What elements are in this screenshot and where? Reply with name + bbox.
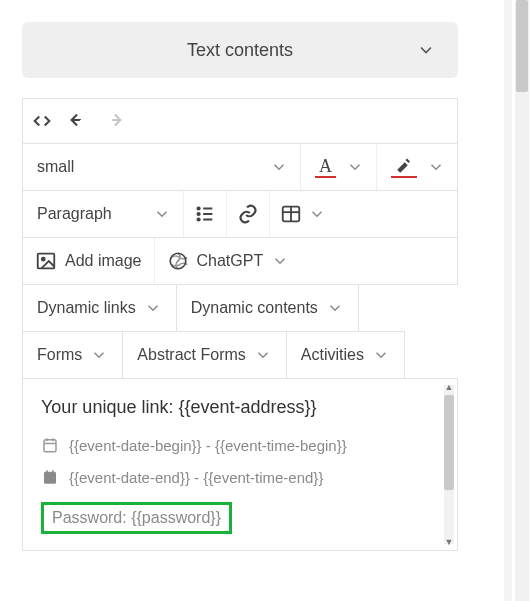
chevron-down-icon	[372, 346, 390, 364]
chevron-down-icon	[271, 252, 289, 270]
svg-point-0	[197, 207, 199, 209]
preview-scroll-thumb[interactable]	[444, 395, 454, 490]
toolbar-row-2: small A	[22, 143, 458, 191]
table-button[interactable]	[270, 191, 336, 237]
password-label: Password:	[52, 509, 127, 526]
openai-icon	[167, 250, 189, 272]
event-begin-line: {{event-date-begin}} - {{event-time-begi…	[41, 436, 435, 454]
right-gutter	[504, 0, 512, 601]
undo-icon[interactable]	[67, 110, 89, 132]
font-size-select[interactable]: small	[23, 144, 300, 190]
activities-label: Activities	[301, 346, 364, 364]
unique-link-token: {{event-address}}	[178, 397, 316, 417]
list-icon	[194, 203, 216, 225]
section-title: Text contents	[187, 40, 293, 61]
preview-scrollbar[interactable]: ▲ ▼	[444, 385, 454, 544]
highlight-color-button[interactable]	[377, 144, 457, 190]
add-image-button[interactable]: Add image	[23, 238, 154, 284]
highlighter-icon	[391, 157, 417, 178]
toolbar-row-4: Add image ChatGPT	[22, 237, 458, 285]
dynamic-contents-label: Dynamic contents	[191, 299, 318, 317]
svg-point-1	[197, 213, 199, 215]
svg-point-2	[197, 218, 199, 220]
separator: -	[202, 437, 215, 454]
chevron-down-icon	[153, 205, 171, 223]
chatgpt-label: ChatGPT	[197, 252, 264, 270]
chevron-down-icon	[254, 346, 272, 364]
toolbar-row-3: Paragraph	[22, 190, 458, 238]
editor-panel: Text contents small A	[0, 0, 498, 571]
forms-dropdown[interactable]: Forms	[22, 331, 123, 379]
svg-rect-9	[38, 254, 55, 269]
chevron-down-icon	[270, 158, 288, 176]
dynamic-contents-dropdown[interactable]: Dynamic contents	[176, 284, 359, 332]
image-icon	[35, 250, 57, 272]
scroll-down-arrow[interactable]: ▼	[444, 537, 454, 547]
table-icon	[280, 203, 302, 225]
link-button[interactable]	[227, 191, 269, 237]
chevron-down-icon	[308, 205, 326, 223]
chevron-down-icon	[326, 299, 344, 317]
toolbar-row-1	[22, 98, 458, 144]
redo-icon[interactable]	[103, 110, 125, 132]
text-color-icon: A	[315, 157, 336, 178]
chips-row-2: Forms Abstract Forms Activities	[22, 331, 458, 379]
event-end-line: {{event-date-end}} - {{event-time-end}}	[41, 468, 435, 486]
content-preview[interactable]: ▲ ▼ Your unique link: {{event-address}} …	[22, 378, 458, 551]
page-scroll-thumb[interactable]	[516, 0, 528, 92]
dynamic-links-label: Dynamic links	[37, 299, 136, 317]
chevron-down-icon	[427, 158, 445, 176]
add-image-label: Add image	[65, 252, 142, 270]
list-button[interactable]	[184, 191, 226, 237]
abstract-forms-label: Abstract Forms	[137, 346, 245, 364]
password-token: {{password}}	[131, 509, 221, 526]
svg-rect-12	[44, 440, 56, 452]
block-format-value: Paragraph	[37, 205, 112, 223]
chevron-down-icon	[416, 40, 436, 60]
password-highlight-box: Password: {{password}}	[41, 502, 232, 534]
editor-input-area[interactable]	[139, 103, 449, 139]
event-time-begin: {{event-time-begin}}	[215, 437, 347, 454]
dynamic-links-dropdown[interactable]: Dynamic links	[22, 284, 177, 332]
event-date-end: {{event-date-end}}	[69, 469, 190, 486]
section-header[interactable]: Text contents	[22, 22, 458, 78]
chevron-down-icon	[346, 158, 364, 176]
chatgpt-button[interactable]: ChatGPT	[155, 238, 302, 284]
scroll-up-arrow[interactable]: ▲	[444, 382, 454, 392]
block-format-select[interactable]: Paragraph	[23, 191, 183, 237]
unique-link-line: Your unique link: {{event-address}}	[41, 397, 435, 418]
svg-point-10	[42, 258, 45, 261]
unique-link-label: Your unique link:	[41, 397, 173, 417]
separator: -	[190, 469, 203, 486]
forms-label: Forms	[37, 346, 82, 364]
chevron-down-icon	[144, 299, 162, 317]
event-date-begin: {{event-date-begin}}	[69, 437, 202, 454]
page-scrollbar[interactable]	[515, 0, 529, 601]
event-time-end: {{event-time-end}}	[203, 469, 323, 486]
svg-rect-18	[44, 472, 56, 476]
calendar-outline-icon	[41, 436, 59, 454]
text-color-button[interactable]: A	[301, 144, 376, 190]
abstract-forms-dropdown[interactable]: Abstract Forms	[122, 331, 286, 379]
link-icon	[237, 203, 259, 225]
chips-row-1: Dynamic links Dynamic contents	[22, 284, 458, 332]
calendar-filled-icon	[41, 468, 59, 486]
activities-dropdown[interactable]: Activities	[286, 331, 405, 379]
font-size-value: small	[37, 158, 74, 176]
code-icon[interactable]	[31, 110, 53, 132]
chevron-down-icon	[90, 346, 108, 364]
